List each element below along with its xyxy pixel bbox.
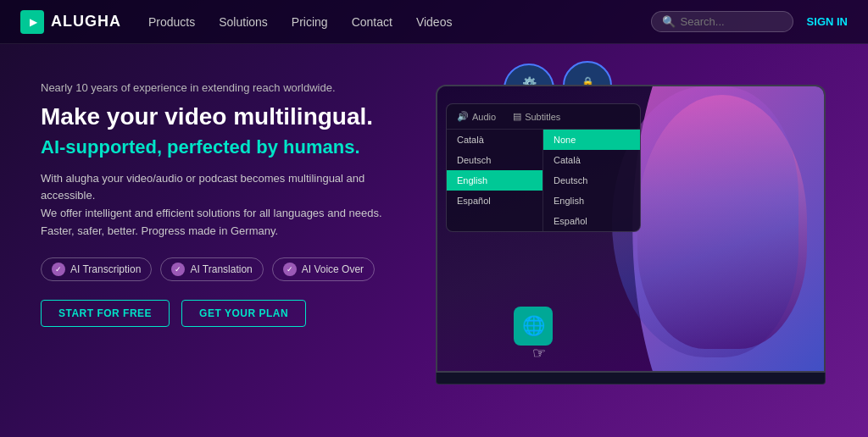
- get-your-plan-button[interactable]: GET YOUR PLAN: [181, 300, 306, 327]
- hero-subtitle: AI-supported, perfected by humans.: [41, 136, 434, 158]
- laptop-frame: 🔊 Audio ▤ Subtitles Català Deutsc: [436, 85, 826, 373]
- audio-wave-icon: 🔊: [457, 111, 469, 122]
- nav-pricing[interactable]: Pricing: [292, 15, 328, 29]
- hero-section: Nearly 10 years of experience in extendi…: [0, 44, 868, 437]
- badge-transcription[interactable]: ✓ AI Transcription: [41, 257, 152, 281]
- hero-left: Nearly 10 years of experience in extendi…: [41, 68, 434, 437]
- check-icon-translation: ✓: [171, 263, 185, 276]
- badge-translation[interactable]: ✓ AI Translation: [160, 257, 263, 281]
- audio-header: 🔊 Audio: [457, 111, 496, 122]
- badge-voiceover-label: AI Voice Over: [302, 263, 364, 275]
- nav-videos[interactable]: Videos: [416, 15, 453, 29]
- language-options: Català Deutsch English Español None Cata…: [447, 130, 640, 231]
- start-for-free-button[interactable]: START FOR FREE: [41, 300, 170, 327]
- check-icon-transcription: ✓: [52, 263, 65, 276]
- nav-right: 🔍 SIGN IN: [651, 11, 848, 32]
- subtitle-lang-english[interactable]: English: [543, 191, 640, 211]
- search-icon: 🔍: [662, 15, 676, 28]
- nav-solutions[interactable]: Solutions: [219, 15, 268, 29]
- audio-lang-espanol[interactable]: Español: [447, 191, 542, 211]
- badge-transcription-label: AI Transcription: [70, 263, 141, 275]
- badge-translation-label: AI Translation: [190, 263, 252, 275]
- hero-description: With alugha your video/audio or podcast …: [41, 170, 414, 241]
- subtitle-lang-catala[interactable]: Català: [543, 150, 640, 170]
- nav-contact[interactable]: Contact: [352, 15, 392, 29]
- nav-products[interactable]: Products: [148, 15, 195, 29]
- audio-lang-col: Català Deutsch English Español: [447, 130, 543, 231]
- nav-links: Products Solutions Pricing Contact Video…: [148, 14, 452, 30]
- feature-badges: ✓ AI Transcription ✓ AI Translation ✓ AI…: [41, 257, 434, 281]
- subtitle-lang-espanol[interactable]: Español: [543, 211, 640, 231]
- audio-lang-catala[interactable]: Català: [447, 130, 542, 150]
- cta-buttons: START FOR FREE GET YOUR PLAN: [41, 300, 434, 327]
- subtitle-lang-none[interactable]: None: [543, 130, 640, 150]
- hero-tagline: Nearly 10 years of experience in extendi…: [41, 81, 434, 94]
- logo-text: ALUGHA: [51, 13, 121, 30]
- badge-voiceover[interactable]: ✓ AI Voice Over: [272, 257, 375, 281]
- cursor-icon: ☞: [532, 344, 546, 362]
- subtitle-lang-deutsch[interactable]: Deutsch: [543, 170, 640, 191]
- logo[interactable]: ALUGHA: [20, 10, 121, 34]
- language-panel: 🔊 Audio ▤ Subtitles Català Deutsc: [446, 103, 641, 232]
- logo-play-icon: [20, 10, 44, 34]
- subtitle-lang-col: None Català Deutsch English Español: [543, 130, 640, 231]
- search-input[interactable]: [681, 15, 782, 28]
- check-icon-voiceover: ✓: [283, 263, 297, 276]
- audio-lang-deutsch[interactable]: Deutsch: [447, 150, 542, 170]
- laptop-screen: 🔊 Audio ▤ Subtitles Català Deutsc: [437, 86, 824, 371]
- audio-lang-english[interactable]: English: [447, 170, 542, 191]
- hero-title: Make your video multilingual.: [41, 102, 434, 131]
- hero-right: ⚙️ MADE IN GERMANY 🔒 GDPR COMPLIANT: [434, 68, 827, 437]
- subtitles-header: ▤ Subtitles: [513, 111, 560, 122]
- navbar: ALUGHA Products Solutions Pricing Contac…: [0, 0, 868, 44]
- panel-header: 🔊 Audio ▤ Subtitles: [447, 104, 640, 130]
- laptop-bottom-bar: [436, 373, 826, 384]
- sign-in-button[interactable]: SIGN IN: [807, 15, 848, 28]
- globe-button[interactable]: 🌐: [514, 307, 553, 346]
- subtitles-icon: ▤: [513, 111, 521, 122]
- search-bar[interactable]: 🔍: [651, 11, 793, 32]
